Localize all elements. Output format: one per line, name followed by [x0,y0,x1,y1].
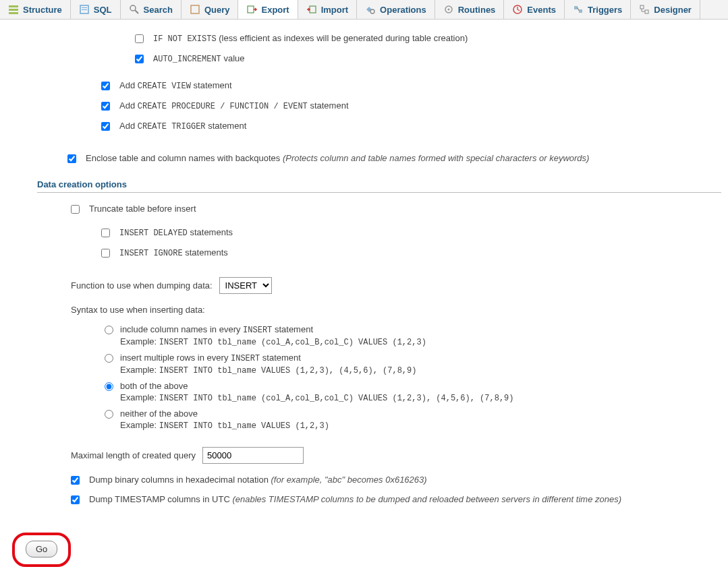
svg-rect-18 [645,10,648,13]
tab-label: Query [204,5,230,15]
svg-rect-1 [9,9,18,11]
query-icon [190,4,200,15]
syntax-both-radio[interactable] [105,382,113,391]
backquotes-checkbox[interactable] [67,154,76,163]
syntax-multiple-rows-text: insert multiple rows in every INSERT sta… [120,353,721,375]
import-icon [306,4,317,15]
if-not-exists-checkbox[interactable] [135,34,144,43]
tab-label: Search [144,5,173,15]
maxlen-label: Maximal length of created query [71,450,196,460]
tab-events[interactable]: Events [504,0,565,19]
create-trigger-label: Add CREATE TRIGGER statement [119,121,246,131]
svg-point-11 [370,9,374,13]
tab-label: Export [261,5,289,15]
tab-triggers[interactable]: Triggers [565,0,631,19]
syntax-multiple-rows-radio[interactable] [105,354,113,363]
routines-icon [443,4,454,15]
svg-rect-17 [640,5,644,9]
create-trigger-checkbox[interactable] [101,122,110,131]
go-highlight-ring: Go [12,533,71,567]
svg-rect-4 [82,7,87,8]
hexdump-label: Dump binary columns in hexadecimal notat… [89,475,427,485]
svg-rect-8 [191,5,199,13]
insert-ignore-label: INSERT IGNORE statements [119,247,228,258]
insert-delayed-checkbox[interactable] [101,229,110,237]
if-not-exists-label: IF NOT EXISTS (less efficient as indexes… [153,33,468,44]
auto-increment-label: AUTO_INCREMENT value [153,53,245,64]
tab-export[interactable]: Export [238,0,298,19]
hexdump-checkbox[interactable] [71,476,80,485]
function-dump-label: Function to use when dumping data: [71,280,213,291]
tab-label: SQL [94,5,112,15]
tab-structure[interactable]: Structure [0,0,71,19]
create-view-label: Add CREATE VIEW statement [119,80,232,91]
tab-routines[interactable]: Routines [435,0,505,19]
triggers-icon [573,4,584,15]
syntax-include-columns-radio[interactable] [105,326,113,334]
tab-query[interactable]: Query [181,0,239,19]
sql-icon [79,4,90,15]
tab-label: Routines [458,5,496,15]
top-tabs: Structure SQL Search Query Export Import… [0,0,728,20]
function-dump-select[interactable]: INSERT [219,277,272,294]
tab-search[interactable]: Search [121,0,181,19]
svg-rect-9 [248,6,254,13]
auto-increment-checkbox[interactable] [135,55,144,63]
svg-rect-10 [310,6,316,13]
svg-rect-2 [9,12,18,14]
search-icon [129,4,140,15]
tab-operations[interactable]: Operations [357,0,435,19]
insert-ignore-checkbox[interactable] [101,249,110,258]
data-creation-header: Data creation options [37,179,721,193]
tab-sql[interactable]: SQL [71,0,121,19]
svg-rect-5 [82,9,87,10]
backquotes-label: Enclose table and column names with back… [86,153,589,163]
syntax-label: Syntax to use when inserting data: [71,305,721,315]
truncate-checkbox[interactable] [71,205,80,214]
svg-rect-16 [579,9,582,13]
tab-label: Triggers [588,5,622,15]
syntax-both-text: both of the above Example: INSERT INTO t… [120,381,721,403]
tab-import[interactable]: Import [298,0,357,19]
truncate-label: Truncate table before insert [89,204,196,214]
create-view-checkbox[interactable] [101,82,110,90]
tab-label: Structure [23,5,62,15]
export-icon [246,4,257,15]
svg-rect-15 [574,6,578,9]
create-procedure-label: Add CREATE PROCEDURE / FUNCTION / EVENT … [119,100,349,111]
insert-delayed-label: INSERT DELAYED statements [119,227,233,238]
syntax-neither-radio[interactable] [105,410,113,419]
syntax-include-columns-text: include column names in every INSERT sta… [120,324,721,347]
syntax-neither-text: neither of the above Example: INSERT INT… [120,409,721,431]
svg-point-6 [130,5,136,11]
operations-icon [365,4,376,15]
tab-label: Operations [380,5,426,15]
export-options-panel: IF NOT EXISTS (less efficient as indexes… [0,20,728,573]
maxlen-input[interactable] [202,447,304,464]
go-button[interactable]: Go [26,541,57,557]
structure-icon [8,4,19,15]
events-icon [512,4,523,15]
utc-label: Dump TIMESTAMP columns in UTC (enables T… [89,494,621,504]
svg-point-13 [447,9,449,11]
svg-line-7 [135,10,138,13]
tab-label: Designer [654,5,692,15]
utc-checkbox[interactable] [71,495,80,504]
designer-icon [639,4,650,15]
tab-label: Import [321,5,348,15]
svg-rect-0 [9,5,18,7]
tab-label: Events [527,5,556,15]
create-procedure-checkbox[interactable] [101,102,110,111]
tab-designer[interactable]: Designer [631,0,700,19]
